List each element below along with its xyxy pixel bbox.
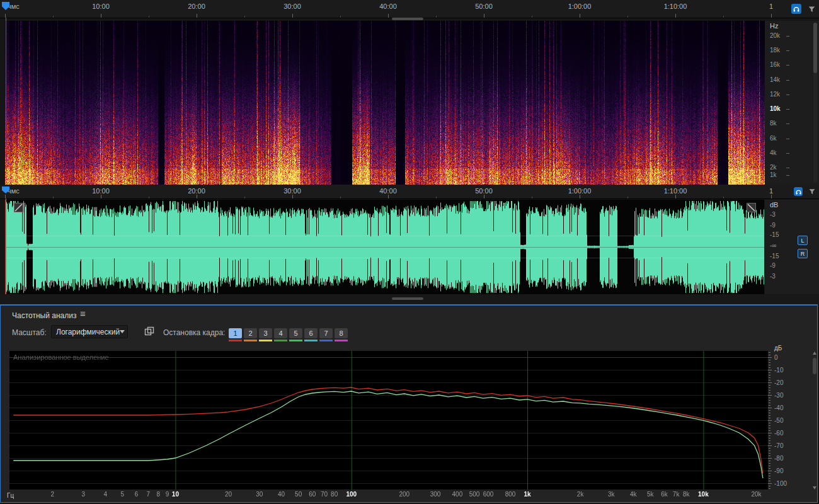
timeline-ruler-spectral[interactable]: чмс10:0020:0030:0040:0050:001:00:001:10:… xyxy=(0,0,819,18)
panel-scrollbar[interactable] xyxy=(813,352,816,490)
chart-y-minor-tick xyxy=(769,387,770,388)
frequency-tick-label: 10k xyxy=(770,105,781,112)
spectrogram-canvas[interactable] xyxy=(5,21,765,185)
chart-y-tick-label: -60 xyxy=(774,430,783,437)
filter-funnel-icon[interactable] xyxy=(808,187,816,196)
timeline-tick xyxy=(101,195,101,198)
timeline-tick xyxy=(197,195,197,198)
chart-y-minor-tick xyxy=(769,481,770,481)
chart-y-minor-tick xyxy=(769,355,770,355)
amplitude-tick-label: -9 xyxy=(770,222,776,229)
frequency-analysis-panel: Частотный анализ ≡ Масштаб: Логарифмичес… xyxy=(0,304,818,503)
fade-in-handle[interactable] xyxy=(14,203,23,212)
chart-y-minor-tick xyxy=(769,435,770,436)
frequency-tick-label: 4k xyxy=(770,149,777,156)
freeze-button[interactable]: 7 xyxy=(319,328,333,338)
chart-y-minor-tick xyxy=(769,473,770,474)
spectral-scrollbar[interactable] xyxy=(813,23,817,183)
timeline-tick-label: 50:00 xyxy=(469,3,499,10)
timeline-tick-minor xyxy=(723,197,724,198)
timeline-tick-label: 40:00 xyxy=(373,187,403,195)
chart-y-minor-tick xyxy=(769,466,770,466)
freeze-button[interactable]: 1 xyxy=(229,328,242,338)
freeze-button-cell: 2 xyxy=(244,328,257,341)
freeze-button[interactable]: 5 xyxy=(289,328,302,338)
chart-y-tick xyxy=(768,483,772,484)
timeline-tick xyxy=(388,195,389,198)
freeze-button[interactable]: 2 xyxy=(244,328,257,338)
chart-y-minor-tick xyxy=(769,425,770,426)
freeze-color-bar xyxy=(244,340,257,341)
amplitude-tick-label: -15 xyxy=(770,253,779,260)
panel-scrollbar-thumb[interactable] xyxy=(813,358,816,374)
timeline-tick-label: 10:00 xyxy=(86,3,116,10)
frequency-tick-label: 16k xyxy=(770,61,780,68)
chart-x-tick-label: 3k xyxy=(600,491,622,498)
frequency-tick xyxy=(786,168,789,168)
chart-y-minor-tick xyxy=(769,372,770,373)
chart-y-minor-tick xyxy=(769,377,770,378)
chart-y-minor-tick xyxy=(769,400,770,401)
chart-y-minor-tick xyxy=(769,476,770,476)
zoom-scrollbar-handle[interactable] xyxy=(392,297,423,300)
chart-y-minor-tick xyxy=(769,486,770,486)
timeline-tick-minor xyxy=(436,16,437,18)
freeze-button-cell: 7 xyxy=(319,328,333,341)
scroll-up-icon[interactable] xyxy=(813,352,816,355)
timeline-ruler-waveform[interactable]: чмс10:0020:0030:0040:0050:001:00:001:10:… xyxy=(0,185,819,199)
playhead-line[interactable] xyxy=(6,198,6,294)
freeze-button[interactable]: 6 xyxy=(304,328,318,338)
freeze-button[interactable]: 4 xyxy=(274,328,287,338)
timeline-labels: чмс10:0020:0030:0040:0050:001:00:001:10:… xyxy=(0,0,819,18)
scroll-down-icon[interactable] xyxy=(813,486,816,490)
timeline-tick xyxy=(292,195,293,198)
chart-y-tick xyxy=(768,357,772,358)
fade-out-handle[interactable] xyxy=(747,203,756,212)
chart-y-minor-tick xyxy=(769,423,770,423)
frequency-tick xyxy=(786,175,789,176)
timeline-tick-minor xyxy=(340,16,341,18)
chart-y-minor-tick xyxy=(769,418,770,418)
filter-funnel-icon[interactable] xyxy=(806,4,816,14)
playhead-line[interactable] xyxy=(6,18,6,185)
timeline-tick xyxy=(675,195,676,198)
chart-y-tick-label: -80 xyxy=(774,455,783,462)
chart-y-minor-tick xyxy=(769,430,770,431)
chart-y-minor-tick xyxy=(769,478,770,479)
chevron-down-icon xyxy=(120,330,125,333)
monitor-headphones-icon[interactable] xyxy=(794,187,803,196)
chart-y-tick-label: -30 xyxy=(774,392,783,399)
chart-y-tick xyxy=(768,471,772,471)
timeline-tick-minor xyxy=(149,197,149,198)
timeline-tick-minor xyxy=(53,16,54,18)
zoom-scrollbar-handle[interactable] xyxy=(392,18,423,20)
scale-dropdown[interactable]: Логарифмический xyxy=(51,325,128,338)
spectral-scrollbar-thumb[interactable] xyxy=(813,23,817,73)
waveform-canvas[interactable] xyxy=(5,200,764,294)
freeze-button[interactable]: 8 xyxy=(335,328,348,338)
chart-x-tick-label: 2 xyxy=(41,491,64,498)
monitor-headphones-icon[interactable] xyxy=(791,4,801,14)
panel-menu-icon[interactable]: ≡ xyxy=(80,308,86,319)
freeze-button[interactable]: 3 xyxy=(259,328,272,338)
frequency-tick-label: 20k xyxy=(770,32,780,39)
freeze-color-bar xyxy=(319,340,333,341)
copy-graph-icon[interactable] xyxy=(144,326,156,338)
frequency-analysis-chart[interactable] xyxy=(9,351,768,490)
chart-y-minor-tick xyxy=(769,410,770,411)
amplitude-tick-label: -3 xyxy=(770,273,776,280)
timeline-tick xyxy=(484,14,484,18)
timeline-tick-minor xyxy=(627,16,628,18)
timeline-tick xyxy=(388,14,389,18)
timeline-tick-minor xyxy=(244,16,245,18)
channel-badge[interactable]: R xyxy=(798,249,808,258)
timeline-tick-label: 1:00:00 xyxy=(564,187,595,195)
timeline-labels: чмс10:0020:0030:0040:0050:001:00:001:10:… xyxy=(0,185,819,198)
frequency-tick-label: 6k xyxy=(770,135,777,142)
chart-y-minor-tick xyxy=(769,450,770,451)
timeline-tick-label: 30:00 xyxy=(277,3,307,10)
chart-y-minor-tick xyxy=(769,398,770,398)
frequency-tick xyxy=(786,94,789,95)
channel-badge[interactable]: L xyxy=(798,236,808,245)
chart-x-tick-label: 3 xyxy=(72,491,94,498)
